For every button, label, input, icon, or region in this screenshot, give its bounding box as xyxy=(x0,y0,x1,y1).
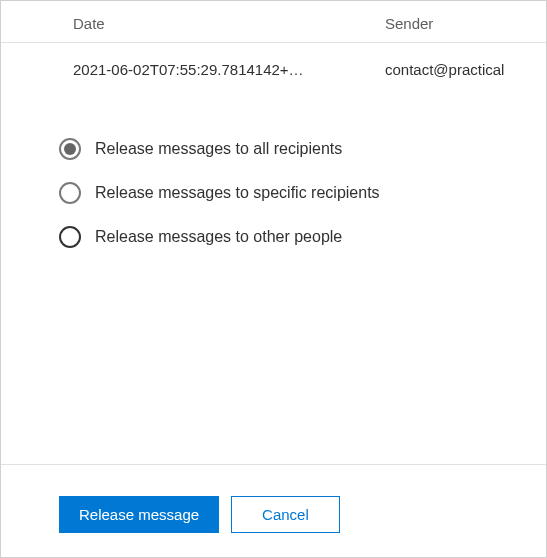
radio-label: Release messages to specific recipients xyxy=(95,184,380,202)
release-message-button[interactable]: Release message xyxy=(59,496,219,533)
radio-label: Release messages to other people xyxy=(95,228,342,246)
cell-date: 2021-06-02T07:55:29.7814142+… xyxy=(73,61,385,78)
radio-label: Release messages to all recipients xyxy=(95,140,342,158)
radio-selected-dot xyxy=(64,143,76,155)
radio-option-other-people[interactable]: Release messages to other people xyxy=(59,226,546,248)
column-header-sender[interactable]: Sender xyxy=(385,15,546,32)
release-options: Release messages to all recipients Relea… xyxy=(1,78,546,248)
footer-divider xyxy=(1,464,546,465)
radio-icon xyxy=(59,138,81,160)
dialog-footer: Release message Cancel xyxy=(59,496,340,533)
table-header-row: Date Sender xyxy=(1,15,546,43)
table-row[interactable]: 2021-06-02T07:55:29.7814142+… contact@pr… xyxy=(1,43,546,78)
message-table: Date Sender 2021-06-02T07:55:29.7814142+… xyxy=(1,1,546,78)
column-header-date[interactable]: Date xyxy=(73,15,385,32)
radio-option-all-recipients[interactable]: Release messages to all recipients xyxy=(59,138,546,160)
cell-sender: contact@practical xyxy=(385,61,546,78)
radio-icon xyxy=(59,226,81,248)
radio-option-specific-recipients[interactable]: Release messages to specific recipients xyxy=(59,182,546,204)
radio-icon xyxy=(59,182,81,204)
cancel-button[interactable]: Cancel xyxy=(231,496,340,533)
